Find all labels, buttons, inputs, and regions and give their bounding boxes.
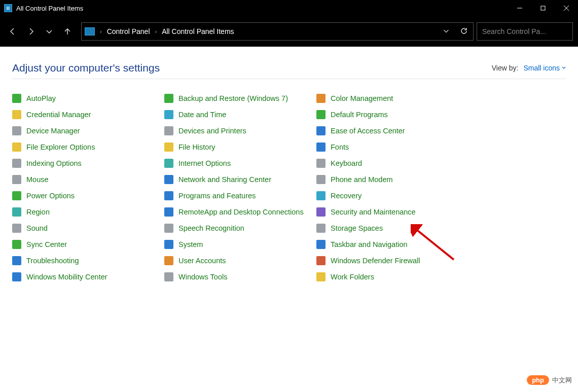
cp-item-label: Internet Options <box>178 159 231 167</box>
forward-button[interactable] <box>23 24 39 39</box>
back-button[interactable] <box>5 24 20 39</box>
fonts-icon <box>316 142 326 152</box>
cp-item-sync[interactable]: Sync Center <box>12 239 164 250</box>
breadcrumb-all-items[interactable]: All Control Panel Items <box>162 27 234 35</box>
firewall-icon <box>316 256 326 265</box>
cp-item-label: Taskbar and Navigation <box>331 240 408 248</box>
cp-item-sound[interactable]: Sound <box>12 223 164 233</box>
mobility-icon <box>12 272 21 281</box>
defaults-icon <box>316 110 326 119</box>
indexing-icon <box>12 159 21 168</box>
cp-item-datetime[interactable]: Date and Time <box>164 110 316 120</box>
search-input[interactable] <box>482 27 571 35</box>
cp-item-label: Devices and Printers <box>178 127 246 135</box>
programs-icon <box>164 191 173 200</box>
cp-item-tools[interactable]: Windows Tools <box>164 272 316 282</box>
cp-item-filehistory[interactable]: File History <box>164 142 316 152</box>
minimize-button[interactable] <box>508 0 531 16</box>
remoteapp-icon <box>164 207 173 217</box>
refresh-button[interactable] <box>460 27 468 37</box>
folder-options-icon <box>12 142 21 152</box>
cp-item-autoplay[interactable]: AutoPlay <box>12 93 164 103</box>
watermark-pill: php <box>527 375 549 385</box>
cp-item-mouse[interactable]: Mouse <box>12 174 164 185</box>
up-button[interactable] <box>60 24 75 39</box>
breadcrumb-separator-icon: › <box>98 28 104 34</box>
cp-item-phone[interactable]: Phone and Modem <box>316 174 468 185</box>
address-bar[interactable]: › Control Panel › All Control Panel Item… <box>81 22 474 41</box>
recent-locations-button[interactable] <box>42 24 57 39</box>
content-area: Adjust your computer's settings View by:… <box>0 47 578 392</box>
cp-item-speech[interactable]: Speech Recognition <box>164 223 316 233</box>
watermark-text: 中文网 <box>552 376 572 385</box>
cp-item-storage[interactable]: Storage Spaces <box>316 223 468 233</box>
cp-item-region[interactable]: Region <box>12 207 164 217</box>
power-icon <box>12 191 21 200</box>
cp-item-credential[interactable]: Credential Manager <box>12 110 164 120</box>
svg-rect-1 <box>541 6 545 10</box>
cp-item-folder-options[interactable]: File Explorer Options <box>12 142 164 152</box>
mouse-icon <box>12 175 21 184</box>
cp-item-label: User Accounts <box>178 257 226 265</box>
cp-item-label: Phone and Modem <box>331 175 393 184</box>
cp-item-programs[interactable]: Programs and Features <box>164 191 316 201</box>
window-titlebar: ⊞ All Control Panel Items <box>0 0 578 16</box>
cp-item-workfolders[interactable]: Work Folders <box>316 272 468 282</box>
address-dropdown-icon[interactable] <box>443 27 450 36</box>
internet-icon <box>164 159 173 168</box>
cp-item-label: AutoPlay <box>26 94 56 102</box>
cp-item-firewall[interactable]: Windows Defender Firewall <box>316 256 468 266</box>
cp-item-indexing[interactable]: Indexing Options <box>12 158 164 168</box>
phone-icon <box>316 175 326 184</box>
cp-item-color[interactable]: Color Management <box>316 93 468 103</box>
cp-item-recovery[interactable]: Recovery <box>316 191 468 201</box>
close-button[interactable] <box>555 0 578 16</box>
cp-item-network[interactable]: Network and Sharing Center <box>164 174 316 185</box>
cp-item-keyboard[interactable]: Keyboard <box>316 158 468 168</box>
storage-icon <box>316 224 326 233</box>
cp-item-label: System <box>178 240 203 248</box>
cp-item-ease[interactable]: Ease of Access Center <box>316 126 468 136</box>
tools-icon <box>164 272 173 281</box>
color-icon <box>316 94 326 103</box>
maximize-button[interactable] <box>531 0 555 16</box>
workfolders-icon <box>316 272 326 281</box>
cp-item-printers[interactable]: Devices and Printers <box>164 126 316 136</box>
cp-item-label: Color Management <box>331 94 393 102</box>
cp-item-label: Windows Defender Firewall <box>331 257 420 265</box>
cp-item-defaults[interactable]: Default Programs <box>316 110 468 120</box>
speech-icon <box>164 224 173 233</box>
cp-item-mobility[interactable]: Windows Mobility Center <box>12 272 164 282</box>
cp-item-label: RemoteApp and Desktop Connections <box>178 208 304 216</box>
backup-icon <box>164 94 173 103</box>
cp-item-users[interactable]: User Accounts <box>164 256 316 266</box>
filehistory-icon <box>164 142 173 152</box>
cp-item-taskbar[interactable]: Taskbar and Navigation <box>316 239 468 250</box>
cp-item-device[interactable]: Device Manager <box>12 126 164 136</box>
users-icon <box>164 256 173 265</box>
autoplay-icon <box>12 94 21 103</box>
cp-item-power[interactable]: Power Options <box>12 191 164 201</box>
control-panel-grid: AutoPlayBackup and Restore (Windows 7)Co… <box>12 93 566 282</box>
cp-item-label: File History <box>178 143 215 151</box>
view-by-label: View by: <box>492 64 519 72</box>
cp-item-troubleshoot[interactable]: Troubleshooting <box>12 256 164 266</box>
printers-icon <box>164 126 173 135</box>
page-heading: Adjust your computer's settings <box>12 62 160 74</box>
search-box[interactable] <box>477 22 573 41</box>
view-by-dropdown[interactable]: Small icons <box>523 64 566 72</box>
cp-item-backup[interactable]: Backup and Restore (Windows 7) <box>164 93 316 103</box>
cp-item-label: File Explorer Options <box>26 143 95 151</box>
security-icon <box>316 207 326 217</box>
watermark: php 中文网 <box>527 375 572 385</box>
cp-item-internet[interactable]: Internet Options <box>164 158 316 168</box>
ease-icon <box>316 126 326 135</box>
cp-item-fonts[interactable]: Fonts <box>316 142 468 152</box>
cp-item-system[interactable]: System <box>164 239 316 250</box>
breadcrumb-control-panel[interactable]: Control Panel <box>107 27 150 35</box>
troubleshoot-icon <box>12 256 21 265</box>
cp-item-label: Power Options <box>26 192 75 200</box>
cp-item-security[interactable]: Security and Maintenance <box>316 207 468 217</box>
cp-item-remoteapp[interactable]: RemoteApp and Desktop Connections <box>164 207 316 217</box>
datetime-icon <box>164 110 173 119</box>
